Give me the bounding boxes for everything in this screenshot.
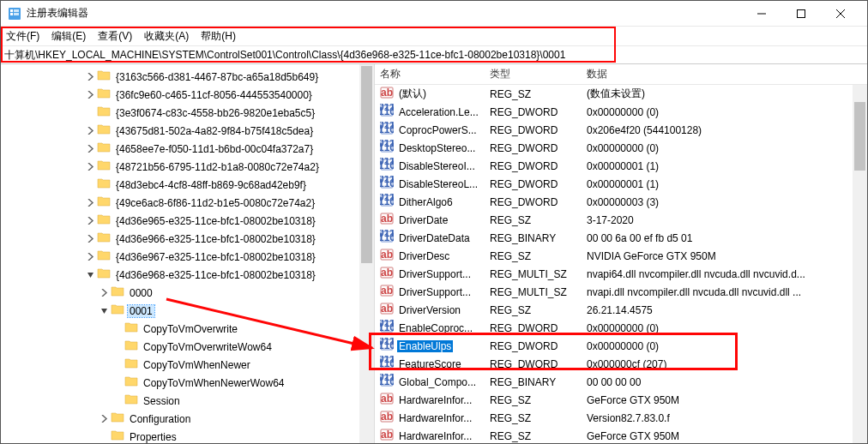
value-type: REG_DWORD [485, 322, 582, 334]
value-name: CoprocPowerS... [397, 124, 479, 136]
tree-panel[interactable]: {3163c566-d381-4467-87bc-a65a18d5b649}{3… [1, 64, 375, 443]
list-item[interactable]: DitherAlgo6REG_DWORD0x00000003 (3) [375, 193, 867, 211]
value-type: REG_SZ [485, 250, 582, 262]
tree-item[interactable]: Session [1, 392, 374, 410]
list-item[interactable]: EnableCoproc...REG_DWORD0x00000000 (0) [375, 319, 867, 337]
chevron-right-icon[interactable] [83, 91, 97, 99]
tree-item[interactable]: {4d36e965-e325-11ce-bfc1-08002be10318} [1, 212, 374, 230]
tree-item-label: {43675d81-502a-4a82-9f84-b75f418c5dea} [114, 125, 315, 137]
tree-item[interactable]: CopyToVmWhenNewerWow64 [1, 374, 374, 392]
tree-item[interactable]: Configuration [1, 410, 374, 428]
value-type: REG_DWORD [485, 160, 582, 172]
folder-icon [97, 195, 114, 211]
list-item[interactable]: DriverSupport...REG_MULTI_SZnvapi64.dll … [375, 265, 867, 283]
chevron-right-icon[interactable] [97, 415, 111, 423]
tree-item[interactable]: CopyToVmOverwrite [1, 320, 374, 338]
tree-item[interactable]: {3e3f0674-c83c-4558-bb26-9820e1eba5c5} [1, 104, 374, 122]
chevron-right-icon[interactable] [83, 199, 97, 207]
chevron-down-icon[interactable] [97, 307, 111, 315]
chevron-right-icon[interactable] [83, 163, 97, 171]
scrollbar-thumb[interactable] [854, 102, 865, 171]
list-item[interactable]: FeatureScoreREG_DWORD0x000000cf (207) [375, 355, 867, 373]
binary-value-icon [380, 338, 394, 354]
value-data: (数值未设置) [582, 87, 867, 101]
column-data[interactable]: 数据 [582, 67, 867, 81]
list-item[interactable]: Acceleration.Le...REG_DWORD0x00000000 (0… [375, 103, 867, 121]
tree-item[interactable]: Properties [1, 428, 374, 443]
column-type[interactable]: 类型 [485, 67, 582, 81]
folder-icon [111, 429, 128, 443]
value-name: Global_Compo... [397, 376, 478, 388]
tree-item-label: {48d3ebc4-4cf8-48ff-b869-9c68ad42eb9f} [114, 179, 308, 191]
chevron-down-icon[interactable] [83, 271, 97, 279]
menu-view[interactable]: 查看(V) [98, 29, 132, 44]
folder-icon [97, 177, 114, 193]
list-item[interactable]: HardwareInfor...REG_SZGeForce GTX 950M [375, 427, 867, 443]
list-item[interactable]: DriverVersionREG_SZ26.21.14.4575 [375, 301, 867, 319]
list-item[interactable]: CoprocPowerS...REG_DWORD0x206e4f20 (5441… [375, 121, 867, 139]
window-title: 注册表编辑器 [27, 6, 742, 21]
tree-item-label: 0000 [128, 287, 154, 299]
tree-item[interactable]: CopyToVmWhenNewer [1, 356, 374, 374]
maximize-button[interactable] [781, 1, 821, 27]
list-item[interactable]: DisableStereoL...REG_DWORD0x00000001 (1) [375, 175, 867, 193]
binary-value-icon [380, 158, 394, 174]
value-type: REG_DWORD [485, 178, 582, 190]
tree-item[interactable]: {4d36e968-e325-11ce-bfc1-08002be10318} [1, 266, 374, 284]
value-data: 0x00000001 (1) [582, 160, 867, 172]
address-input[interactable] [4, 49, 864, 61]
value-type: REG_SZ [485, 394, 582, 406]
column-name[interactable]: 名称 [375, 67, 485, 81]
tree-item-label: Session [142, 395, 182, 407]
value-name: DesktopStereo... [397, 142, 477, 154]
tree-item[interactable]: 0000 [1, 284, 374, 302]
folder-icon [97, 69, 114, 85]
list-item[interactable]: HardwareInfor...REG_SZVersion82.7.83.0.f [375, 409, 867, 427]
value-name: DisableStereoI... [397, 160, 477, 172]
tree-item[interactable]: {48d3ebc4-4cf8-48ff-b869-9c68ad42eb9f} [1, 176, 374, 194]
list-item[interactable]: DriverDateREG_SZ3-17-2020 [375, 211, 867, 229]
tree-scrollbar[interactable] [359, 64, 374, 443]
chevron-right-icon[interactable] [83, 253, 97, 261]
tree-item[interactable]: {36fc9e60-c465-11cf-8056-444553540000} [1, 86, 374, 104]
list-item[interactable]: (默认)REG_SZ(数值未设置) [375, 85, 867, 103]
tree-item[interactable]: 0001 [1, 302, 374, 320]
scrollbar-thumb[interactable] [361, 66, 372, 263]
tree-item-label: Configuration [128, 413, 192, 425]
tree-item[interactable]: {49ce6ac8-6f86-11d2-b1e5-0080c72e74a2} [1, 194, 374, 212]
value-list-panel[interactable]: 名称 类型 数据 (默认)REG_SZ(数值未设置)Acceleration.L… [375, 64, 867, 443]
list-item[interactable]: Global_Compo...REG_BINARY00 00 00 00 [375, 373, 867, 391]
menu-help[interactable]: 帮助(H) [201, 29, 236, 44]
menu-favorites[interactable]: 收藏夹(A) [144, 29, 189, 44]
value-data: 0x00000000 (0) [582, 340, 867, 352]
list-item[interactable]: DesktopStereo...REG_DWORD0x00000000 (0) [375, 139, 867, 157]
list-item[interactable]: DisableStereoI...REG_DWORD0x00000001 (1) [375, 157, 867, 175]
minimize-button[interactable] [742, 1, 781, 27]
chevron-right-icon[interactable] [97, 289, 111, 297]
value-type: REG_MULTI_SZ [485, 268, 582, 280]
chevron-right-icon[interactable] [83, 127, 97, 135]
chevron-right-icon[interactable] [83, 73, 97, 81]
folder-icon [97, 213, 114, 229]
chevron-right-icon[interactable] [83, 145, 97, 153]
list-scrollbar[interactable] [853, 85, 867, 443]
string-value-icon [380, 248, 394, 264]
chevron-right-icon[interactable] [83, 217, 97, 225]
tree-item[interactable]: {4658ee7e-f050-11d1-b6bd-00c04fa372a7} [1, 140, 374, 158]
tree-item[interactable]: {43675d81-502a-4a82-9f84-b75f418c5dea} [1, 122, 374, 140]
list-item[interactable]: DriverDateDataREG_BINARY00 00 6a 00 ef f… [375, 229, 867, 247]
tree-item[interactable]: {3163c566-d381-4467-87bc-a65a18d5b649} [1, 68, 374, 86]
tree-item[interactable]: {4d36e966-e325-11ce-bfc1-08002be10318} [1, 230, 374, 248]
list-item[interactable]: DriverDescREG_SZNVIDIA GeForce GTX 950M [375, 247, 867, 265]
list-item[interactable]: DriverSupport...REG_MULTI_SZnvapi.dll nv… [375, 283, 867, 301]
tree-item[interactable]: {48721b56-6795-11d2-b1a8-0080c72e74a2} [1, 158, 374, 176]
list-item[interactable]: HardwareInfor...REG_SZGeForce GTX 950M [375, 391, 867, 409]
list-item[interactable]: EnableUlpsREG_DWORD0x00000000 (0) [375, 337, 867, 355]
close-button[interactable] [821, 1, 860, 27]
menu-edit[interactable]: 编辑(E) [51, 29, 86, 44]
menu-file[interactable]: 文件(F) [6, 29, 39, 44]
value-name: DriverSupport... [397, 268, 473, 280]
tree-item[interactable]: CopyToVmOverwriteWow64 [1, 338, 374, 356]
tree-item[interactable]: {4d36e967-e325-11ce-bfc1-08002be10318} [1, 248, 374, 266]
chevron-right-icon[interactable] [83, 235, 97, 243]
